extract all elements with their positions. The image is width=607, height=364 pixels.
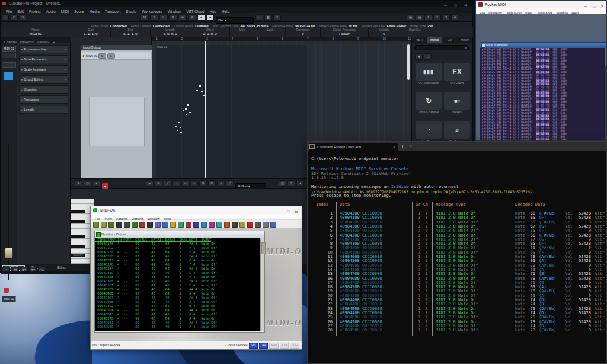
monitor-output-titlebar[interactable]: Monitor - Output [95, 231, 264, 238]
redo-icon[interactable]: ↷ [19, 14, 27, 21]
info-value[interactable]: 0. 0. 0. 0 [190, 32, 229, 36]
monitor-scrollbar-thumb[interactable] [605, 48, 607, 66]
tab-dropdown-icon[interactable]: ˅ [410, 144, 411, 148]
toolbar-icon[interactable] [155, 222, 161, 228]
media-tile-vst-instruments[interactable]: ▮▮▮VST Instruments [416, 63, 442, 85]
editor-tool-icon[interactable]: ▾ [217, 180, 225, 187]
menu-item-window[interactable]: Window [556, 11, 568, 15]
info-value[interactable]: - [230, 32, 255, 36]
workspace-button-3[interactable]: 3 [442, 14, 450, 21]
editor-tool-icon[interactable]: ▸ [146, 180, 154, 187]
editor-tool-icon[interactable]: ✂ [181, 180, 189, 187]
record-enable-button[interactable] [4, 288, 9, 293]
search-menu-icon[interactable]: ≡ [465, 46, 467, 51]
info-value[interactable]: MIDI 01 [1, 32, 71, 36]
toolbar-icon[interactable] [193, 222, 199, 228]
media-tile-vst-effects[interactable]: FXVST Effects [444, 63, 470, 85]
menu-item-commands[interactable]: Commands [536, 11, 553, 15]
toolbar-icon[interactable] [186, 222, 191, 228]
channel-out-select[interactable] [2, 62, 16, 68]
inspector-section-note-expression[interactable]: ▸Note Expression▪ [19, 55, 68, 63]
new-tab-button[interactable]: + [401, 143, 404, 149]
toolbar-icon[interactable] [101, 222, 107, 228]
editor-tool-icon[interactable]: ◦ [172, 180, 180, 187]
editor-tool-icon[interactable]: ≋ [208, 180, 216, 187]
toolbar-icon[interactable] [247, 222, 253, 228]
editor-tool-icon[interactable]: ✕ [199, 180, 207, 187]
editor-tool-icon[interactable]: ╱ [164, 180, 171, 187]
media-tile-user-presets[interactable]: ◔User Presets [416, 121, 442, 143]
editor-view-icon[interactable]: ◰ [279, 180, 286, 187]
menu-item-help[interactable]: Help [571, 11, 579, 15]
home-icon[interactable]: ⌂ [1, 14, 9, 21]
inspector-section-length[interactable]: ▸Length▪ [19, 106, 68, 114]
inspector-section-transpose[interactable]: ▸Transpose▪ [19, 95, 68, 104]
toolbar-icon[interactable] [116, 222, 122, 228]
toolbar-icon[interactable] [263, 222, 269, 228]
channel-track-chip[interactable]: MIDI 01 [2, 46, 16, 52]
toolbar-icon[interactable] [139, 222, 145, 228]
track-m-button[interactable]: M [98, 53, 106, 59]
tab-meter[interactable]: Meter [458, 37, 473, 43]
inspector-section-expression-map[interactable]: ▸Expression Map▪ [19, 45, 68, 53]
home-icon[interactable]: ⌂ [424, 53, 432, 60]
menu-item-file[interactable]: File [480, 11, 485, 15]
track-name[interactable]: MIDI 01 [86, 54, 98, 58]
midi-part[interactable]: MIDI 01 [156, 45, 307, 178]
info-value[interactable]: 4. 0. 0. 0 [151, 32, 190, 36]
info-value[interactable]: Follow [321, 32, 368, 36]
monitor-output-scrollbar-thumb[interactable] [261, 242, 266, 254]
toolbar-icon[interactable] [239, 222, 245, 228]
toolbar-icon[interactable] [255, 222, 261, 228]
media-search-input[interactable]: ⌕≡ [414, 45, 469, 50]
toolbar-icon[interactable] [201, 222, 207, 228]
draw-icon[interactable]: ✎ [75, 180, 82, 187]
info-value[interactable]: 0 [369, 32, 400, 36]
fader-handle[interactable] [5, 248, 13, 258]
toolbar-icon[interactable] [270, 222, 276, 228]
terminal-tab[interactable]: Command Prompt - midi end✕ [309, 143, 398, 151]
info-value[interactable]: - [255, 32, 285, 36]
tab-editor[interactable]: Editor [57, 264, 66, 271]
info-value[interactable]: 5. 1. 1. 0 [111, 32, 150, 36]
terminal-tab-bar[interactable]: Command Prompt - midi end✕ >_ + ˅ [308, 142, 606, 151]
media-tile-presets[interactable]: ●◦Presets [444, 92, 470, 114]
menu-item-inputport[interactable]: InputPort [488, 11, 502, 15]
info-value[interactable]: 1. 1. 1. 0 [71, 32, 110, 36]
toolbar-icon[interactable] [124, 222, 130, 228]
tab-cr[interactable]: CR [442, 37, 458, 43]
toolbar-icon[interactable] [132, 222, 138, 228]
toolbar-icon[interactable] [93, 222, 99, 228]
toolbar-icon[interactable] [147, 222, 153, 228]
inspector-section-chord-editing[interactable]: ▸Chord Editing▪ [19, 75, 68, 84]
toolbar-icon[interactable] [170, 222, 176, 228]
menu-item-view[interactable]: View [525, 11, 532, 15]
media-tile-loops-samples[interactable]: ↻Loops & Samples [416, 92, 442, 114]
midi-in-monitor-titlebar[interactable]: MIDI In Monitor [480, 43, 607, 48]
inspector-section-scale-assistant[interactable]: ▸Scale Assistant▪ [19, 65, 68, 74]
project-vertical-scrollbar[interactable] [407, 44, 410, 80]
cubase-titlebar[interactable]: Cubase Pro Project - Untitled1 [1, 1, 472, 7]
info-value[interactable]: 0 [286, 32, 320, 36]
toolbar-icon[interactable] [108, 222, 114, 228]
pan-control[interactable] [3, 72, 14, 81]
toolbar-icon[interactable] [162, 222, 168, 228]
tab-close-icon[interactable]: ✕ [392, 143, 395, 151]
track-s-button[interactable]: S [107, 53, 115, 59]
editor-tool-icon[interactable]: ⌕ [190, 180, 198, 187]
media-tile-file-browser[interactable]: ⌕File Browser [444, 121, 470, 143]
monitor-output-scrollbar[interactable] [260, 238, 264, 331]
inspector-section-quantize[interactable]: ▸Quantize▪ [19, 85, 68, 94]
workspace-button-4[interactable]: 4 [451, 14, 459, 21]
editor-tool-icon[interactable]: ╱ [226, 180, 234, 187]
midi-track-row[interactable]: ▸ MIDI 01MS [81, 52, 152, 60]
toolbar-icon[interactable] [209, 222, 215, 228]
target-icon[interactable]: ◎ [84, 180, 91, 187]
dropdown-icon[interactable]: ▾ [92, 180, 100, 187]
workspace-button-2[interactable]: 2 [433, 14, 441, 21]
editor-view-icon[interactable]: ▾ [296, 180, 304, 187]
toolbar-icon[interactable] [178, 222, 184, 228]
toolbar-icon[interactable] [224, 222, 230, 228]
midiox-titlebar[interactable]: MIDI-OX [91, 206, 302, 214]
back-icon[interactable]: ◂ [415, 53, 423, 60]
